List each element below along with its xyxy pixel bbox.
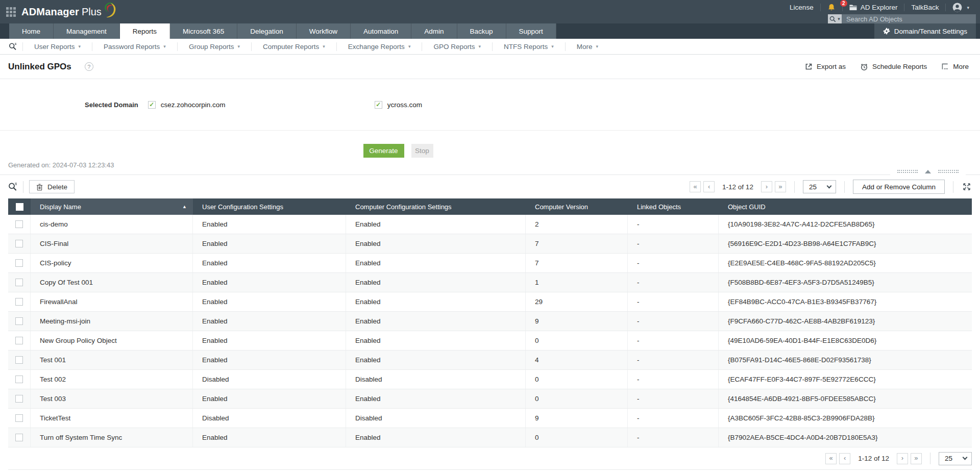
table-row[interactable]: Test 003 Enabled Enabled 0 - {4164854E-A… <box>8 389 972 409</box>
row-checkbox[interactable] <box>15 259 23 267</box>
row-checkbox[interactable] <box>15 434 23 441</box>
cell-computer-version: 9 <box>526 312 628 331</box>
export-as-button[interactable]: Export as <box>805 63 846 70</box>
reports-nav-user-reports[interactable]: User Reports ▾ <box>23 42 92 51</box>
nav-tab-support[interactable]: Support <box>506 23 556 39</box>
nav-tab-admin[interactable]: Admin <box>411 23 457 39</box>
domain-checkbox[interactable]: ✓ <box>148 101 156 109</box>
column-header-display-name[interactable]: Display Name ▲ <box>31 198 193 215</box>
report-search-button[interactable] <box>3 42 23 51</box>
column-header-user-config[interactable]: User Configuration Settings <box>193 198 346 215</box>
reports-nav-gpo-reports[interactable]: GPO Reports ▾ <box>422 42 493 51</box>
reports-nav-group-reports[interactable]: Group Reports ▾ <box>178 42 252 51</box>
row-checkbox[interactable] <box>15 220 23 228</box>
cell-user-config: Enabled <box>193 312 346 331</box>
pager-prev-button[interactable]: ‹ <box>703 181 715 192</box>
logo-text-secondary: Plus <box>82 6 102 18</box>
row-checkbox[interactable] <box>15 298 23 306</box>
row-checkbox[interactable] <box>15 317 23 325</box>
table-row[interactable]: Test 002 Disabled Disabled 0 - {ECAF47FF… <box>8 370 972 389</box>
cell-computer-version: 2 <box>526 215 628 234</box>
cell-display-name: Test 001 <box>31 351 193 369</box>
column-header-object-guid[interactable]: Object GUID <box>719 198 972 215</box>
table-row[interactable]: Copy Of Test 001 Enabled Enabled 1 - {F5… <box>8 273 972 292</box>
row-checkbox[interactable] <box>15 414 23 422</box>
cell-linked-objects: - <box>628 292 719 311</box>
more-actions-button[interactable]: More <box>941 63 969 70</box>
column-header-linked-objects[interactable]: Linked Objects <box>628 198 719 215</box>
domain-checkbox-item[interactable]: ✓ csez.zohocorpin.com <box>148 101 365 109</box>
license-link[interactable]: License <box>783 4 820 11</box>
pager-last-button[interactable]: » <box>775 181 786 192</box>
schedule-reports-button[interactable]: Schedule Reports <box>860 63 927 71</box>
account-menu[interactable]: ▾ <box>946 3 976 12</box>
apps-grid-icon[interactable] <box>6 7 16 17</box>
table-row[interactable]: TicketTest Disabled Disabled 9 - {A3BC60… <box>8 409 972 428</box>
notifications-button[interactable]: 2 <box>821 4 842 12</box>
table-row[interactable]: CIS-Final Enabled Enabled 7 - {56916E9C-… <box>8 234 972 254</box>
app-logo[interactable]: ADManager Plus <box>21 4 118 19</box>
help-icon[interactable]: ? <box>85 62 93 71</box>
column-header-computer-config[interactable]: Computer Configuration Settings <box>346 198 526 215</box>
reports-nav-computer-reports[interactable]: Computer Reports ▾ <box>252 42 337 51</box>
table-row[interactable]: New Group Policy Object Enabled Enabled … <box>8 331 972 351</box>
table-row[interactable]: FirewallAnal Enabled Enabled 29 - {EF84B… <box>8 292 972 312</box>
row-checkbox[interactable] <box>15 376 23 383</box>
nav-tab-reports[interactable]: Reports <box>120 23 170 39</box>
domain-checkbox-item[interactable]: ✓ ycross.com <box>375 101 422 109</box>
pager-first-button[interactable]: « <box>825 453 837 464</box>
table-row[interactable]: cis-demo Enabled Enabled 2 - {10A90198-3… <box>8 215 972 234</box>
row-checkbox[interactable] <box>15 395 23 403</box>
nav-tab-automation[interactable]: Automation <box>351 23 411 39</box>
table-row[interactable]: Test 001 Enabled Enabled 4 - {B075FA91-D… <box>8 351 972 370</box>
delete-button[interactable]: Delete <box>29 180 75 193</box>
domain-tenant-settings-button[interactable]: Domain/Tenant Settings <box>874 23 976 39</box>
cell-computer-version: 7 <box>526 234 628 253</box>
page-size-select[interactable]: 25 <box>803 180 836 193</box>
reports-nav-ntfs-reports[interactable]: NTFS Reports ▾ <box>493 42 566 51</box>
cell-display-name: New Group Policy Object <box>31 331 193 350</box>
cell-object-guid: {E2E9AE5E-C4EB-468C-9FA5-88192AD205C5} <box>719 254 972 272</box>
cell-linked-objects: - <box>628 273 719 292</box>
cell-linked-objects: - <box>628 312 719 331</box>
user-avatar-icon <box>952 3 962 12</box>
select-all-checkbox[interactable] <box>16 203 23 211</box>
search-scope-button[interactable]: ▾ <box>828 14 842 23</box>
pager-next-button[interactable]: › <box>897 453 908 464</box>
row-checkbox[interactable] <box>15 356 23 364</box>
grid-search-button[interactable] <box>8 182 17 191</box>
page-size-select[interactable]: 25 <box>939 452 972 465</box>
search-input[interactable] <box>842 14 976 23</box>
table-row[interactable]: CIS-policy Enabled Enabled 7 - {E2E9AE5E… <box>8 254 972 273</box>
table-row[interactable]: Meeting-msi-join Enabled Enabled 9 - {F9… <box>8 312 972 331</box>
reports-nav-exchange-reports[interactable]: Exchange Reports ▾ <box>337 42 423 51</box>
cell-object-guid: {B075FA91-D14C-46E5-868E-D02F93561738} <box>719 351 972 369</box>
reports-nav-more[interactable]: More ▾ <box>566 42 609 51</box>
fullscreen-toggle-button[interactable] <box>962 183 972 191</box>
nav-tab-backup[interactable]: Backup <box>457 23 506 39</box>
generate-button[interactable]: Generate <box>363 144 404 158</box>
talkback-link[interactable]: TalkBack <box>904 4 945 11</box>
nav-tab-home[interactable]: Home <box>9 23 54 39</box>
pager-last-button[interactable]: » <box>911 453 922 464</box>
column-header-computer-version[interactable]: Computer Version <box>526 198 628 215</box>
pager-next-button[interactable]: › <box>761 181 772 192</box>
nav-tab-workflow[interactable]: Workflow <box>297 23 351 39</box>
nav-tab-management[interactable]: Management <box>54 23 120 39</box>
pager-prev-button[interactable]: ‹ <box>839 453 850 464</box>
add-remove-column-button[interactable]: Add or Remove Column <box>853 180 945 194</box>
row-checkbox[interactable] <box>15 240 23 247</box>
pager-first-button[interactable]: « <box>690 181 701 192</box>
row-checkbox[interactable] <box>15 279 23 286</box>
nav-tab-delegation[interactable]: Delegation <box>237 23 297 39</box>
ad-explorer-link[interactable]: AD Explorer <box>843 4 904 11</box>
table-row[interactable]: Turn off System Time Sync Enabled Enable… <box>8 428 972 447</box>
row-checkbox[interactable] <box>15 337 23 344</box>
ad-object-search: ▾ <box>828 14 976 23</box>
reports-nav-password-reports[interactable]: Password Reports ▾ <box>92 42 178 51</box>
stop-button[interactable]: Stop <box>411 144 433 158</box>
nav-tab-microsoft-365[interactable]: Microsoft 365 <box>170 23 237 39</box>
domain-checkbox[interactable]: ✓ <box>375 101 382 109</box>
collapse-panel-handle[interactable] <box>890 168 966 175</box>
cell-linked-objects: - <box>628 389 719 408</box>
